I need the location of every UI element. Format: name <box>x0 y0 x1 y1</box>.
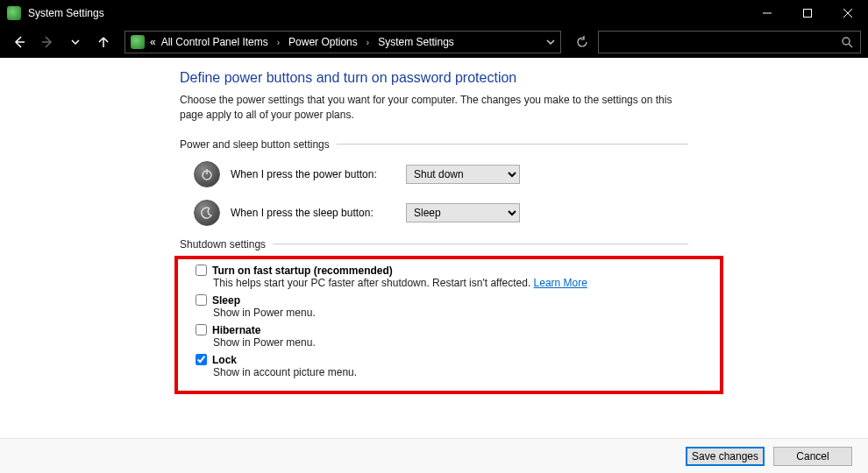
hibernate-checkbox[interactable] <box>196 324 207 335</box>
sleep-checkbox[interactable] <box>196 294 207 306</box>
sleep-button-select[interactable]: Sleep <box>406 203 520 222</box>
page-description: Choose the power settings that you want … <box>180 93 688 123</box>
up-button[interactable] <box>91 30 116 54</box>
chevron-down-icon <box>71 38 80 46</box>
fast-startup-row: Turn on fast startup (recommended) This … <box>196 265 713 289</box>
window-title: System Settings <box>28 7 104 19</box>
divider <box>273 244 688 244</box>
page-title: Define power buttons and turn on passwor… <box>180 70 688 86</box>
sleep-desc: Show in Power menu. <box>213 307 713 319</box>
app-icon <box>7 6 21 20</box>
sleep-label: Sleep <box>212 294 240 307</box>
close-button[interactable] <box>828 0 868 26</box>
address-bar[interactable]: « All Control Panel Items › Power Option… <box>125 31 561 53</box>
divider <box>337 144 688 145</box>
minimize-icon <box>763 9 772 18</box>
sleep-icon <box>194 200 220 226</box>
hibernate-row: Hibernate Show in Power menu. <box>196 324 713 349</box>
search-input[interactable] <box>598 31 861 53</box>
sleep-button-label: When I press the sleep button: <box>231 207 406 219</box>
control-panel-icon <box>131 35 145 49</box>
back-button[interactable] <box>7 30 32 54</box>
section-shutdown-settings: Shutdown settings <box>180 238 688 251</box>
minimize-button[interactable] <box>747 0 787 26</box>
sleep-button-row: When I press the sleep button: Sleep <box>194 200 688 226</box>
breadcrumb-prefix: « <box>150 36 156 48</box>
lock-label: Lock <box>212 354 237 366</box>
fast-startup-checkbox[interactable] <box>196 265 207 276</box>
sleep-row: Sleep Show in Power menu. <box>196 294 713 319</box>
svg-line-5 <box>849 44 852 47</box>
cancel-button[interactable]: Cancel <box>773 447 852 466</box>
breadcrumb-item[interactable]: Power Options <box>288 36 358 48</box>
footer: Save changes Cancel <box>0 438 868 473</box>
power-button-label: When I press the power button: <box>231 168 406 180</box>
refresh-icon <box>576 36 588 48</box>
forward-arrow-icon <box>40 35 54 49</box>
maximize-icon <box>803 9 812 18</box>
fast-startup-desc: This helps start your PC faster after sh… <box>213 277 530 289</box>
refresh-button[interactable] <box>570 30 594 54</box>
highlighted-region: Turn on fast startup (recommended) This … <box>174 256 723 394</box>
section-button-settings: Power and sleep button settings <box>180 138 688 151</box>
hibernate-label: Hibernate <box>212 324 260 336</box>
hibernate-desc: Show in Power menu. <box>213 336 713 349</box>
learn-more-link[interactable]: Learn More <box>534 277 587 289</box>
content-area: Define power buttons and turn on passwor… <box>0 58 868 438</box>
titlebar: System Settings <box>0 0 868 26</box>
power-button-select[interactable]: Shut down <box>406 165 520 184</box>
breadcrumb-item[interactable]: All Control Panel Items <box>161 36 268 48</box>
lock-row: Lock Show in account picture menu. <box>196 354 713 378</box>
power-button-row: When I press the power button: Shut down <box>194 161 688 187</box>
chevron-right-icon: › <box>366 38 369 47</box>
lock-desc: Show in account picture menu. <box>213 366 713 378</box>
chevron-down-icon[interactable] <box>546 38 555 46</box>
back-arrow-icon <box>12 35 26 49</box>
fast-startup-label: Turn on fast startup (recommended) <box>212 265 393 277</box>
close-icon <box>843 9 852 18</box>
lock-checkbox[interactable] <box>196 354 207 365</box>
navbar: « All Control Panel Items › Power Option… <box>0 26 868 58</box>
svg-point-4 <box>843 38 850 45</box>
save-changes-button[interactable]: Save changes <box>686 447 765 466</box>
breadcrumb-item[interactable]: System Settings <box>378 36 454 48</box>
power-icon <box>194 161 220 187</box>
maximize-button[interactable] <box>787 0 828 26</box>
chevron-right-icon: › <box>277 38 280 47</box>
up-arrow-icon <box>97 36 110 48</box>
svg-rect-1 <box>804 10 812 18</box>
recent-dropdown[interactable] <box>63 30 88 54</box>
search-icon <box>841 36 853 48</box>
forward-button[interactable] <box>35 30 60 54</box>
